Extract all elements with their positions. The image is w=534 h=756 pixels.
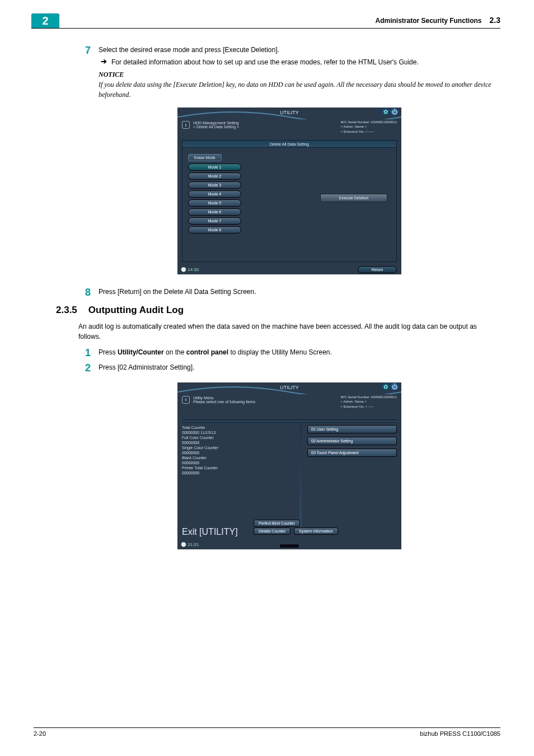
clock-icon: 🕒 [181, 267, 186, 272]
utility-title: UTILITY [177, 110, 401, 115]
step1-mid: on the [164, 348, 186, 356]
divider [182, 419, 397, 423]
screenshot-utility-menu: UTILITY ✿ ⏻ i Utility Menu Please select… [177, 382, 401, 549]
full-color-label: Full Color Counter [182, 435, 269, 440]
step-7: 7 Select the desired erase mode and pres… [78, 45, 500, 100]
arrow-icon: ➔ [101, 57, 107, 67]
touch-panel-adjustment-button[interactable]: 03 Touch Panel Adjustment [307, 449, 397, 457]
mode-3-button[interactable]: Mode 3 [188, 181, 241, 189]
header-title: Administrator Security Functions [376, 17, 482, 25]
breadcrumb-2: Utility Menu Please select one of follow… [193, 396, 255, 404]
total-counter-label: Total Counter [182, 425, 269, 430]
step-7-text: Select the desired erase mode and press … [99, 45, 500, 55]
power-icon-2[interactable]: ⏻ [391, 383, 398, 390]
step-8-text: Press [Return] on the Delete All Data Se… [99, 287, 500, 299]
step1-pre: Press [99, 348, 118, 356]
user-setting-button[interactable]: 01 User Setting [307, 425, 397, 433]
mode-5-button[interactable]: Mode 5 [188, 199, 241, 207]
page-number: 2-20 [34, 730, 46, 737]
system-information-button[interactable]: System Information [294, 528, 338, 535]
page-footer: 2-20 bizhub PRESS C1100/C1085 [34, 727, 500, 737]
dock-tab-icon [279, 544, 299, 548]
section-number: 2.3.5 [56, 305, 77, 316]
chapter-number: 2 [42, 15, 48, 27]
erase-mode-label: Erase Mode [188, 154, 222, 161]
breadcrumb: HDD Management Setting < Delete All Data… [193, 121, 239, 129]
printer-total-label: Printer Total Counter [182, 465, 269, 470]
administrator-setting-button[interactable]: 02 Administrator Setting [307, 437, 397, 445]
section-heading: 2.3.5 Outputting Audit Log [56, 305, 500, 316]
step-7-number: 7 [78, 45, 91, 100]
mode-7-button[interactable]: Mode 7 [188, 217, 241, 225]
step-2: 2 Press [02 Administrator Setting]. [78, 362, 500, 375]
power-icon[interactable]: ⏻ [391, 108, 398, 115]
utility-title-2: UTILITY [177, 385, 401, 390]
extension-no: < Extension No. > ----- [341, 129, 397, 134]
panel-title: Delete All Data Setting [182, 140, 397, 148]
screenshot-delete-all-data: UTILITY ✿ ⏻ i HDD Management Setting < D… [177, 108, 401, 274]
notice-heading: NOTICE [99, 69, 500, 80]
mode-1-button[interactable]: Mode 1 [188, 164, 241, 171]
perfect-bind-counter-button[interactable]: Perfect Bind Counter [254, 520, 300, 527]
step1-bold1: Utility/Counter [118, 348, 164, 356]
info-icon: i [182, 121, 190, 129]
eco-icon-2[interactable]: ✿ [382, 383, 389, 390]
step-7-bullet: For detailed information about how to se… [111, 57, 500, 67]
vertical-divider [299, 423, 302, 529]
serial-number: M/C Serial Number: A5AM011000011 [341, 120, 397, 124]
step-1-number: 1 [78, 347, 91, 360]
time: 14:30 [188, 267, 199, 272]
time-2: 21:21 [188, 542, 199, 547]
step-8-number: 8 [78, 287, 91, 299]
counter-column: Total Counter 00000000 11/15/13 Full Col… [182, 425, 269, 475]
header-right: Administrator Security Functions 2.3 [376, 16, 501, 25]
header-section-number: 2.3 [490, 16, 500, 25]
serial-number-2: M/C Serial Number: A5AM011000011 [341, 395, 397, 399]
clock-icon-2: 🕒 [181, 542, 186, 547]
return-button[interactable]: Return [358, 266, 397, 273]
black-counter-label: Black Counter [182, 455, 269, 460]
step1-post: to display the Utility Menu Screen. [228, 348, 332, 356]
info-icon-2: i [182, 396, 190, 404]
total-counter-value: 00000000 11/15/13 [182, 430, 269, 435]
single-color-label: Single Color Counter [182, 445, 269, 450]
section-intro: An audit log is automatically created wh… [78, 321, 500, 342]
chapter-tab: 2 [31, 13, 59, 28]
mode-6-button[interactable]: Mode 6 [188, 208, 241, 216]
extension-no-2: < Extension No. > ----- [341, 404, 397, 409]
details-counter-button[interactable]: Details Counter [254, 528, 291, 535]
step-8: 8 Press [Return] on the Delete All Data … [78, 287, 500, 299]
step-1-text: Press Utility/Counter on the control pan… [99, 347, 500, 360]
step1-bold2: control panel [186, 348, 228, 356]
exit-utility-button[interactable]: Exit [UTILITY] [182, 527, 238, 537]
section-title: Outputting Audit Log [88, 305, 184, 316]
mode-4-button[interactable]: Mode 4 [188, 190, 241, 198]
step-2-number: 2 [78, 362, 91, 375]
header-rule [31, 28, 500, 29]
black-counter-value: 00000000 [182, 460, 269, 465]
full-color-value: 00000000 [182, 440, 269, 445]
single-color-value: 00000000 [182, 450, 269, 455]
mode-2-button[interactable]: Mode 2 [188, 172, 241, 180]
step-1: 1 Press Utility/Counter on the control p… [78, 347, 500, 360]
step-2-text: Press [02 Administrator Setting]. [99, 362, 500, 375]
admin-name: < Admin. Name > [341, 124, 397, 129]
execute-deletion-button[interactable]: Execute Deletion [320, 194, 387, 202]
printer-total-value: 00000000 [182, 470, 269, 475]
mode-8-button[interactable]: Mode 8 [188, 226, 241, 234]
notice-body: If you delete data using the [Execute De… [99, 80, 500, 100]
eco-icon[interactable]: ✿ [382, 108, 389, 115]
admin-name-2: < Admin. Name > [341, 399, 397, 404]
product-name: bizhub PRESS C1100/C1085 [420, 730, 500, 737]
